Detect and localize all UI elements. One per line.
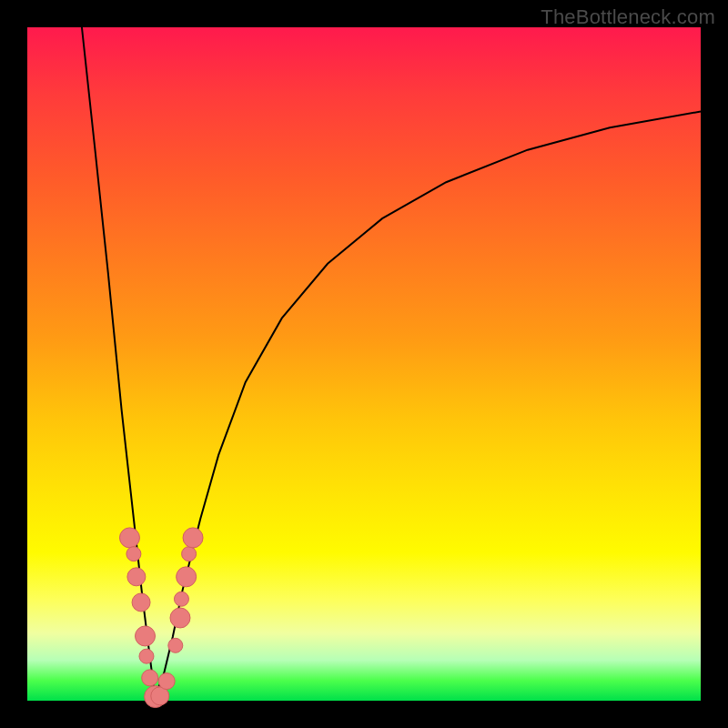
bead-marker bbox=[177, 567, 197, 587]
bead-marker bbox=[136, 626, 156, 646]
bead-marker bbox=[170, 608, 190, 628]
bead-marker bbox=[119, 528, 139, 548]
bead-marker bbox=[183, 528, 203, 548]
bead-marker bbox=[126, 547, 141, 561]
chart-frame: TheBottleneck.com bbox=[0, 0, 728, 728]
bead-marker bbox=[158, 673, 175, 690]
beads-layer bbox=[119, 528, 203, 708]
bead-marker bbox=[132, 593, 150, 612]
bead-marker bbox=[182, 547, 197, 561]
chart-svg bbox=[27, 27, 701, 701]
watermark-text: TheBottleneck.com bbox=[541, 5, 715, 29]
bead-marker bbox=[168, 638, 183, 652]
bead-marker bbox=[127, 568, 146, 586]
bead-marker bbox=[139, 649, 154, 663]
bead-marker bbox=[174, 592, 188, 606]
plot-area bbox=[27, 27, 701, 701]
curve-right_branch bbox=[156, 112, 701, 696]
bead-marker bbox=[142, 670, 158, 686]
